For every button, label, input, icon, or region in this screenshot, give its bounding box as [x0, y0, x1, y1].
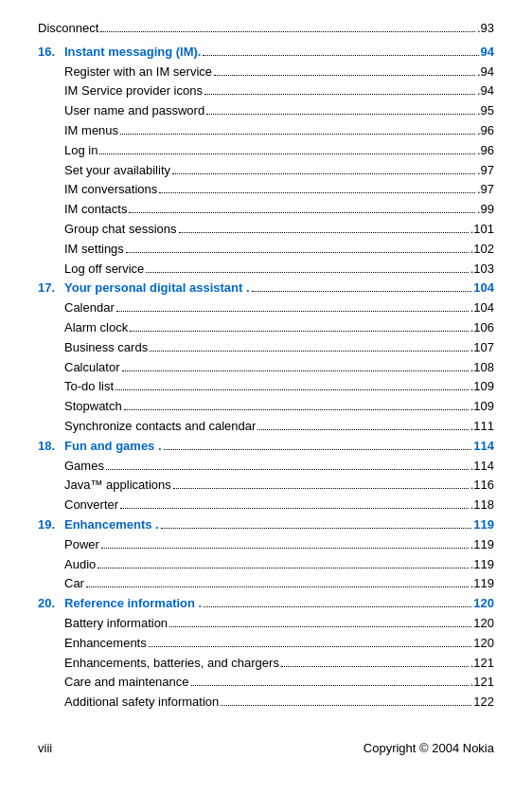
section-heading-2: 18. Fun and games . 114 — [38, 437, 494, 457]
section-heading-0: 16. Instant messaging (IM). 94 — [38, 43, 494, 63]
entry-page-1-2: .107 — [470, 338, 494, 358]
entry-label-0-1: IM Service provider icons — [64, 81, 203, 101]
section-page-2: 114 — [473, 437, 494, 457]
entry-page-0-9: .102 — [470, 240, 494, 260]
entry-0-0: Register with an IM service.94 — [38, 63, 494, 82]
entry-page-1-1: .106 — [470, 318, 494, 338]
entry-1-0: Calendar.104 — [38, 298, 494, 318]
entry-4-2: Enhancements, batteries, and chargers.12… — [38, 654, 494, 674]
entry-0-4: Log in.96 — [38, 141, 494, 161]
entry-label-1-0: Calendar — [64, 298, 115, 318]
entry-2-2: Converter.118 — [38, 496, 494, 515]
entry-label-2-0: Games — [64, 457, 104, 477]
entry-label-1-6: Synchronize contacts and calendar — [64, 417, 256, 437]
entry-label-0-7: IM contacts — [64, 200, 127, 220]
entry-2-0: Games.114 — [38, 457, 494, 477]
entry-1-2: Business cards.107 — [38, 338, 494, 358]
entry-1-4: To-do list.109 — [38, 377, 494, 397]
entry-page-4-0: 120 — [473, 614, 494, 634]
footer-left: viii — [38, 741, 52, 755]
section-page-4: 120 — [473, 594, 494, 614]
entry-0-2: User name and password.95 — [38, 101, 494, 121]
entry-0-3: IM menus.96 — [38, 121, 494, 141]
entry-page-0-0: .94 — [477, 63, 494, 82]
section-number-1: 17. — [38, 279, 64, 298]
section-title-3: Enhancements . — [64, 515, 159, 535]
entry-label-1-4: To-do list — [64, 377, 114, 397]
entry-page-1-0: .104 — [470, 298, 494, 318]
section-page-1: 104 — [473, 279, 494, 298]
section-number-4: 20. — [38, 594, 64, 614]
section-number-3: 19. — [38, 515, 64, 535]
section-title-4: Reference information . — [64, 594, 202, 614]
section-title-1: Your personal digital assistant . — [64, 279, 250, 298]
entry-page-0-7: .99 — [477, 200, 494, 220]
entry-0-6: IM conversations.97 — [38, 180, 494, 200]
entry-label-4-3: Care and maintenance — [64, 673, 189, 693]
entry-page-1-5: .109 — [470, 397, 494, 417]
entry-label-3-2: Car — [64, 574, 84, 594]
entry-1-5: Stopwatch.109 — [38, 397, 494, 417]
entry-label-4-2: Enhancements, batteries, and chargers — [64, 654, 279, 674]
disconnect-entry: Disconnect .93 — [38, 19, 494, 39]
entry-4-1: Enhancements120 — [38, 634, 494, 654]
entry-page-1-3: .108 — [470, 358, 494, 378]
entry-label-0-6: IM conversations — [64, 180, 157, 200]
entry-page-0-6: .97 — [477, 180, 494, 200]
section-page-0: 94 — [481, 43, 494, 63]
entry-page-0-3: .96 — [477, 121, 494, 141]
entry-1-3: Calculator.108 — [38, 358, 494, 378]
entry-label-0-5: Set your availability — [64, 161, 170, 181]
entry-label-3-1: Audio — [64, 555, 96, 575]
entry-0-1: IM Service provider icons.94 — [38, 81, 494, 101]
entry-page-2-1: .116 — [470, 476, 494, 496]
entry-label-0-10: Log off service — [64, 260, 144, 280]
entry-label-0-2: User name and password — [64, 101, 204, 121]
entry-page-0-5: .97 — [477, 161, 494, 181]
entry-label-1-1: Alarm clock — [64, 318, 128, 338]
entry-label-0-8: Group chat sessions — [64, 220, 177, 240]
page-footer: viii Copyright © 2004 Nokia — [38, 741, 494, 755]
entry-3-1: Audio.119 — [38, 555, 494, 575]
entry-page-3-0: .119 — [470, 535, 494, 555]
sections-container: 16. Instant messaging (IM). 94Register w… — [38, 43, 494, 713]
entry-0-10: Log off service.103 — [38, 260, 494, 280]
entry-label-1-2: Business cards — [64, 338, 148, 358]
entry-label-1-3: Calculator — [64, 358, 120, 378]
entry-page-2-2: .118 — [470, 496, 494, 515]
disconnect-page: .93 — [477, 19, 494, 39]
section-number-2: 18. — [38, 437, 64, 457]
entry-label-0-0: Register with an IM service — [64, 63, 212, 82]
entry-label-3-0: Power — [64, 535, 99, 555]
entry-1-1: Alarm clock.106 — [38, 318, 494, 338]
disconnect-dots — [100, 31, 475, 32]
entry-label-0-3: IM menus — [64, 121, 118, 141]
entry-page-0-1: .94 — [477, 81, 494, 101]
entry-page-4-4: 122 — [473, 693, 494, 713]
entry-0-9: IM settings.102 — [38, 240, 494, 260]
entry-4-3: Care and maintenance.121 — [38, 673, 494, 693]
entry-label-4-1: Enhancements — [64, 634, 147, 654]
section-heading-1: 17. Your personal digital assistant . 10… — [38, 279, 494, 298]
entry-0-7: IM contacts.99 — [38, 200, 494, 220]
entry-page-2-0: .114 — [470, 457, 494, 477]
entry-label-1-5: Stopwatch — [64, 397, 122, 417]
entry-label-4-0: Battery information — [64, 614, 168, 634]
entry-page-4-3: .121 — [470, 673, 494, 693]
entry-page-4-2: .121 — [470, 654, 494, 674]
entry-page-4-1: 120 — [473, 634, 494, 654]
entry-1-6: Synchronize contacts and calendar.111 — [38, 417, 494, 437]
entry-label-2-2: Converter — [64, 496, 118, 515]
entry-page-3-2: .119 — [470, 574, 494, 594]
entry-0-8: Group chat sessions.101 — [38, 220, 494, 240]
section-heading-3: 19. Enhancements . 119 — [38, 515, 494, 535]
entry-3-2: Car.119 — [38, 574, 494, 594]
entry-page-0-4: .96 — [477, 141, 494, 161]
disconnect-label: Disconnect — [38, 19, 98, 39]
section-title-2: Fun and games . — [64, 437, 162, 457]
section-heading-4: 20. Reference information . 120 — [38, 594, 494, 614]
entry-label-0-9: IM settings — [64, 240, 124, 260]
entry-4-4: Additional safety information122 — [38, 693, 494, 713]
toc-container: Disconnect .93 16. Instant messaging (IM… — [38, 19, 494, 755]
section-page-3: 119 — [473, 515, 494, 535]
